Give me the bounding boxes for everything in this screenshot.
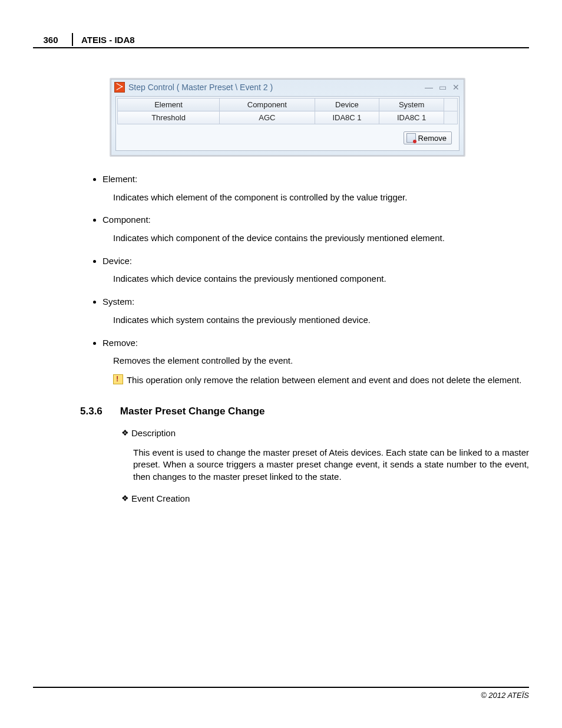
- def-desc: Removes the element controlled by the ev…: [113, 355, 529, 367]
- cell-spacer: [444, 111, 457, 124]
- bullet-icon: ❖: [121, 428, 129, 437]
- cell-system: IDA8C 1: [379, 111, 444, 124]
- remove-button-label: Remove: [418, 134, 447, 143]
- def-desc: Indicates which device contains the prev…: [113, 273, 529, 285]
- minimize-icon[interactable]: —: [425, 83, 433, 92]
- column-header-spacer: [444, 98, 457, 111]
- list-item: Component: Indicates which component of …: [103, 214, 529, 244]
- bullet-icon: ❖: [121, 493, 129, 503]
- def-term: Device:: [103, 256, 132, 266]
- def-term: System:: [103, 297, 134, 307]
- section-title: Master Preset Change Change: [120, 404, 265, 418]
- table-row[interactable]: Threshold AGC IDA8C 1 IDA8C 1: [118, 111, 458, 124]
- def-term: Component:: [103, 215, 151, 225]
- list-item: System: Indicates which system contains …: [103, 296, 529, 326]
- page-footer: © 2012 ATEÏS: [33, 687, 529, 700]
- warning-text: This operation only remove the relation …: [127, 375, 521, 385]
- def-desc: Indicates which component of the device …: [113, 232, 529, 245]
- cell-element: Threshold: [118, 111, 220, 124]
- app-icon: [114, 82, 125, 93]
- section-number: 5.3.6: [80, 404, 103, 418]
- column-header-device[interactable]: Device: [315, 98, 379, 111]
- document-title: ATEIS - IDA8: [81, 35, 135, 45]
- remove-button[interactable]: Remove: [404, 131, 452, 144]
- step-control-dialog: Step Control ( Master Preset \ Event 2 )…: [110, 78, 465, 157]
- column-header-element[interactable]: Element: [118, 98, 220, 111]
- def-desc: Indicates which system contains the prev…: [113, 314, 529, 327]
- cell-component: AGC: [220, 111, 315, 124]
- definitions-list: Element: Indicates which element of the …: [92, 173, 529, 387]
- column-header-system[interactable]: System: [379, 98, 444, 111]
- close-icon[interactable]: ✕: [452, 83, 459, 92]
- maximize-icon[interactable]: ▭: [439, 83, 447, 92]
- dialog-titlebar[interactable]: Step Control ( Master Preset \ Event 2 )…: [111, 79, 464, 96]
- column-header-component[interactable]: Component: [220, 98, 315, 111]
- def-desc: Indicates which element of the component…: [113, 192, 529, 204]
- subhead-event-creation: ❖Event Creation: [121, 493, 529, 505]
- step-control-table: Element Component Device System Threshol…: [117, 98, 458, 124]
- list-item: Device: Indicates which device contains …: [103, 255, 529, 285]
- page-header: 360 ATEIS - IDA8: [33, 33, 529, 48]
- warning-icon: [113, 374, 123, 384]
- def-term: Element:: [103, 174, 137, 184]
- header-divider: [72, 33, 73, 46]
- description-paragraph: This event is used to change the master …: [133, 447, 529, 483]
- cell-device: IDA8C 1: [315, 111, 379, 124]
- list-item: Remove: Removes the element controlled b…: [103, 337, 529, 387]
- list-item: Element: Indicates which element of the …: [103, 173, 529, 203]
- dialog-body: Element Component Device System Threshol…: [115, 96, 459, 151]
- def-term: Remove:: [103, 338, 138, 348]
- remove-icon: [406, 133, 416, 143]
- page-number: 360: [33, 35, 72, 45]
- dialog-title: Step Control ( Master Preset \ Event 2 ): [128, 83, 421, 92]
- subhead-description: ❖Description: [121, 427, 529, 440]
